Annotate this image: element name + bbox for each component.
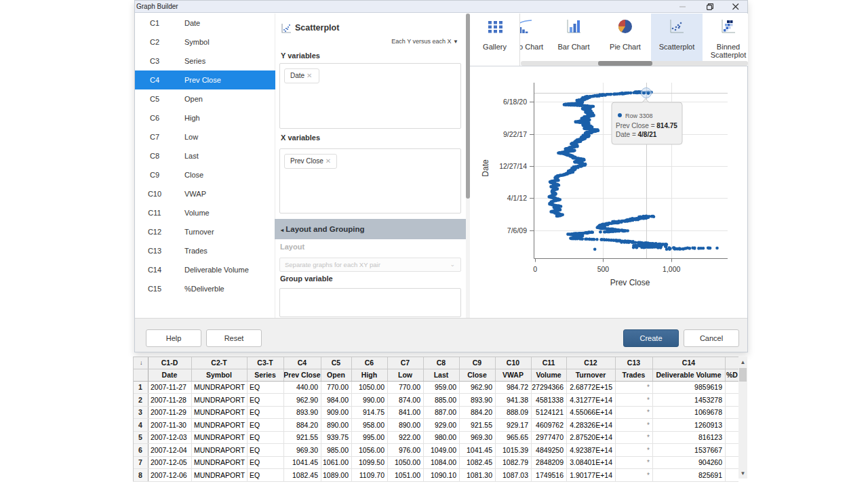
- svg-text:0: 0: [533, 265, 537, 273]
- svg-text:7/6/09: 7/6/09: [507, 226, 527, 235]
- svg-text:4/1/12: 4/1/12: [507, 194, 527, 202]
- svg-text:500: 500: [597, 265, 610, 273]
- svg-text:6/18/20: 6/18/20: [503, 98, 527, 106]
- svg-text:Prev Close = 814.75: Prev Close = 814.75: [616, 122, 677, 129]
- svg-text:12/27/14: 12/27/14: [499, 162, 527, 170]
- svg-text:Prev Close: Prev Close: [610, 278, 650, 287]
- svg-text:Date: Date: [481, 159, 490, 177]
- svg-text:Date = 4/8/21: Date = 4/8/21: [616, 131, 657, 138]
- svg-text:9/22/17: 9/22/17: [503, 130, 527, 138]
- svg-text:Row 3308: Row 3308: [625, 113, 653, 119]
- svg-text:1,000: 1,000: [663, 265, 680, 273]
